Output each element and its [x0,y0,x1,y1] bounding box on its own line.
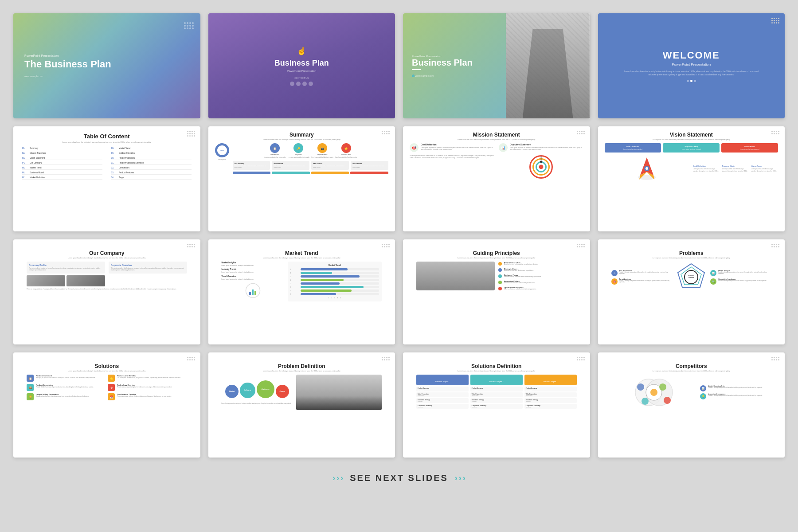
slide-2-business-plan-purple[interactable]: ☝ Business Plan PowerPoint Presentation … [208,13,395,118]
mission-body-text: It is a long established fact that a rea… [410,155,494,159]
bar-fill-1b [301,272,332,274]
img-inner-2 [66,275,105,286]
corner-dots [771,131,779,134]
summary-donut-area: 100% Lorem Ipsum [215,143,229,160]
toc-item-3: 03.Vision Statement [22,156,102,160]
building-illustration [523,29,573,119]
step-vision: Vision Focus Lorem ipsum has been standa… [721,143,778,153]
toc-item-8: 08.Market Trend [111,147,192,150]
slide-12-problems[interactable]: Problems Lorem ipsum has been the indust… [598,239,785,344]
guiding-subtitle: Lorem ipsum has been the industry's stan… [416,257,577,259]
toc-list: 01.Summary 08.Market Trend 02.Mission St… [22,147,192,180]
hand-cursor-icon: ☝ [297,46,306,56]
circle-market: Market [225,385,239,398]
risk-text: Risk Assessment Provide a thorough compo… [619,270,673,275]
company-profile-label: Company Profile [29,264,103,266]
solution-text-5: Unique Selling Proposition Clearly defin… [36,393,89,398]
target-icon: 🎯 [611,278,618,285]
toc-item-2: 02.Mission Statement [22,152,102,155]
toc-subtitle: Lorem ipsum has been the industry's stan… [22,141,192,143]
solution-text-2: Features and Benefits List and explain t… [117,375,180,379]
market-right-panel: Market Trend 1 1 2 [288,262,382,301]
slide-10-market-trend[interactable]: Market Trend Lorem ipsum has been the in… [208,239,395,344]
svg-point-11 [645,167,648,170]
cta-banner[interactable]: › › › SEE NEXT SLIDES › › › [319,466,479,490]
dot-1 [687,80,689,82]
bar-chart-rows: 1 1 2 2 [290,268,379,295]
cell-1-2: Product OverviewKey Features [470,387,523,391]
cell-3-3: Innovation StrategyScalability [524,398,577,403]
cta-arrows-right: › › › [455,473,466,483]
bar-row-3b: 3 [290,286,379,288]
arrow-left-1: › [332,473,335,483]
slide-4-welcome: WELCOME [663,50,720,61]
text-innovation: Innovation Culture Describe how innovati… [504,280,536,284]
circle-competitive: Comp. [276,385,289,398]
slide-11-guiding-principles[interactable]: Guiding Principles Lorem ipsum has been … [403,239,590,344]
circle-keypoints: 🔑 [293,143,303,153]
col-header-3: Business Project 3 [524,375,577,385]
icon-essential: ⭐ Essential Details It is a long establi… [335,143,357,158]
vision-illustration [605,155,690,182]
solutions-subtitle: Lorem ipsum has been the industry's stan… [27,370,187,372]
social-icons [290,82,313,86]
corporate-overview-box: Corporate Overview This section provides… [109,262,187,273]
chart-legend: 1 2 3 4 5 [290,297,379,299]
dot-innovation [498,281,502,284]
problems-content-wrap: Problems Lorem ipsum has been the indust… [605,245,778,298]
slide-3-business-plan-photo[interactable]: PowerPoint Presentation Business Plan 🌐 … [403,13,590,118]
toc-item-7: 07.Market Definition [22,176,102,180]
objective-definition: 📊 Objective Statement Lorem ipsum has be… [499,143,583,152]
rocket-svg [631,155,662,182]
corner-dots [771,244,779,247]
bar-row-5: 5 [290,293,379,295]
corporate-overview-label: Corporate Overview [111,264,185,266]
prob-def-subtitle: Lorem ipsum has been the industry's stan… [222,370,382,372]
guiding-photo [416,262,495,290]
slide-7-mission-statement[interactable]: Mission Statement Lorem ipsum has been t… [403,126,590,231]
slide-5-table-of-content[interactable]: Table Of Content Lorem ipsum has been th… [13,126,200,231]
slide-16-competitors[interactable]: Competitors Lorem ipsum has been the ind… [598,352,785,458]
slide-15-solutions-definition[interactable]: Solutions Definition Lorem ipsum has bee… [403,352,590,458]
arrow-right-2: › [459,473,462,483]
slide-9-our-company[interactable]: Our Company Lorem ipsum has been the ind… [13,239,200,344]
title-underline [412,69,421,70]
circle-essential: ⭐ [341,143,351,153]
bar-main2: Main Elements Bullet Lorem ipsum Bullet … [311,161,349,170]
market-icon: 📊 [710,270,716,276]
text-strategic: Strategic Vision Describe the long-term … [504,268,534,272]
goal-icon: 🎯 [410,143,419,152]
competitors-main: 📊 Market Share Analysis Provide a thorou… [611,375,772,410]
bar-row-2: 2 [290,275,379,278]
slide-2-subtitle: PowerPoint Presentation [287,70,316,72]
slide-14-problem-definition[interactable]: Problem Definition Lorem ipsum has been … [208,352,395,458]
solution-text-4: Technology Overview Provide a summary ou… [117,384,172,388]
solution-technology: ⚙ Technology Overview Provide a summary … [108,384,187,391]
company-title: Our Company [27,250,187,256]
social-icon-4 [309,82,313,86]
vision-main-content: Goal Definition Lorem ipsum has been the… [605,155,778,182]
toc-item-4: 04.Our Company [22,161,102,165]
competitor-icon-1: 📊 [700,385,706,391]
toc-item-12: 12.Competitors [111,166,192,170]
arrow-left-3: › [340,473,343,483]
slide-4-welcome[interactable]: WELCOME PowerPoint Presentation Lorem Ip… [598,13,785,118]
mission-subtitle: Lorem ipsum has been the industry's stan… [410,139,583,141]
slide-3-title: Business Plan [412,58,497,67]
corner-dots [187,244,195,247]
img-inner-1 [27,275,65,286]
slide-8-vision-statement[interactable]: Vision Statement Lorem ipsum has been th… [598,126,785,231]
bar-core: Core Summary Bullet Lorem ipsum Bullet L… [233,161,270,170]
circle-row: Market Industry Audience Comp. [222,380,293,398]
summary-main: 100% Lorem Ipsum 📋 Overview Brief It is … [215,143,389,174]
slide-13-solutions[interactable]: Solutions Lorem ipsum has been the indus… [13,352,200,458]
slide-6-summary[interactable]: Summary Lorem ipsum has been the industr… [208,126,395,231]
company-subtitle: Lorem ipsum has been the industry's stan… [27,257,187,259]
cell-4-1: Competitive AdvantageTechnology [416,404,469,409]
guiding-item-4: Innovation Culture Describe how innovati… [498,280,577,284]
prob-def-text: Keep the top product on ant point that y… [222,403,293,404]
summary-subtitle: Lorem ipsum has been the industry's stan… [215,139,389,141]
donut-label: Lorem Ipsum [218,159,226,160]
sol-def-rows: Product OverviewKey Features Product Ove… [416,387,577,409]
slide-1-business-plan-gradient[interactable]: PowerPoint Presentation The Business Pla… [13,13,200,118]
